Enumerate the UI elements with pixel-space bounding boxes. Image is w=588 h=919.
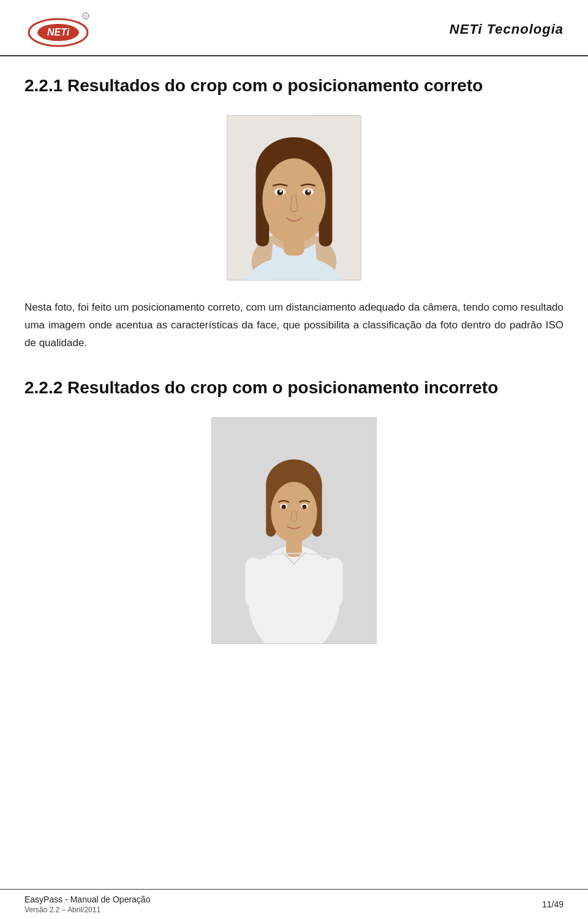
page-header: ® NETi NETi Tecnologia [0, 0, 588, 56]
svg-rect-26 [326, 558, 343, 607]
incorrect-photo [211, 417, 377, 644]
footer-left: EasyPass - Manual de Operação Versão 2.2… [24, 894, 150, 914]
svg-point-20 [266, 200, 283, 212]
svg-point-18 [279, 191, 282, 193]
svg-point-32 [271, 482, 317, 543]
logo-area: ® NETi [24, 11, 92, 48]
correct-photo-container [24, 115, 564, 281]
manual-title: EasyPass - Manual de Operação [24, 894, 150, 904]
version-line: Versão 2.2 – Abril/2011 [24, 906, 150, 914]
section-221-description: Nesta foto, foi feito um posicionamento … [24, 299, 564, 352]
correct-photo-svg [227, 116, 361, 280]
neti-logo: ® NETi [24, 11, 92, 48]
page-number: 11/49 [542, 899, 564, 909]
svg-point-35 [282, 505, 286, 509]
svg-text:®: ® [85, 15, 88, 18]
svg-text:NETi: NETi [47, 27, 70, 37]
incorrect-photo-svg [212, 418, 376, 643]
svg-rect-25 [246, 558, 263, 607]
svg-rect-24 [260, 558, 327, 637]
section-222-heading: 2.2.2 Resultados do crop com o posiciona… [24, 377, 564, 399]
svg-point-21 [305, 200, 322, 212]
page-footer: EasyPass - Manual de Operação Versão 2.2… [0, 889, 588, 919]
svg-point-36 [302, 505, 306, 509]
svg-point-13 [262, 159, 325, 241]
incorrect-photo-container [24, 417, 564, 644]
svg-point-19 [307, 191, 310, 193]
main-content: 2.2.1 Resultados do crop com o posiciona… [0, 56, 588, 711]
correct-photo [227, 115, 361, 281]
company-name: NETi Tecnologia [450, 21, 564, 37]
section-221-heading: 2.2.1 Resultados do crop com o posiciona… [24, 75, 564, 97]
